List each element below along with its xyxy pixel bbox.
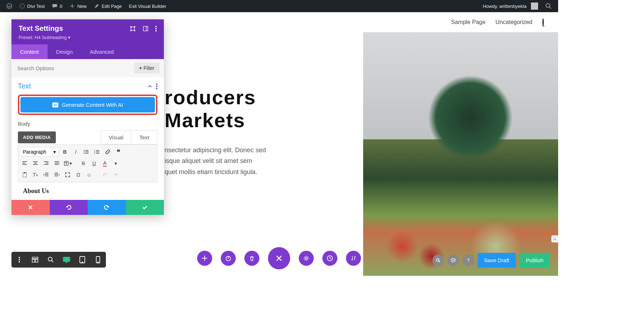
svg-rect-33 bbox=[33, 164, 38, 165]
svg-point-14 bbox=[156, 86, 157, 87]
builder-more-icon[interactable] bbox=[11, 252, 27, 268]
svg-rect-48 bbox=[55, 173, 58, 173]
new-content-link[interactable]: New bbox=[66, 0, 90, 12]
save-button[interactable] bbox=[126, 200, 164, 215]
svg-point-15 bbox=[156, 88, 157, 89]
svg-rect-28 bbox=[23, 161, 27, 162]
section-more-icon[interactable] bbox=[156, 83, 157, 89]
table-icon[interactable]: ▾ bbox=[63, 158, 73, 168]
svg-rect-43 bbox=[23, 173, 26, 177]
svg-rect-46 bbox=[45, 174, 49, 175]
cancel-button[interactable] bbox=[11, 200, 50, 215]
svg-rect-19 bbox=[86, 152, 89, 152]
svg-point-66 bbox=[436, 259, 439, 261]
more-toolbar-icon[interactable]: ▾ bbox=[111, 158, 121, 168]
svg-rect-56 bbox=[35, 259, 38, 262]
snap-icon[interactable] bbox=[142, 25, 149, 32]
svg-point-18 bbox=[84, 152, 85, 152]
svg-point-53 bbox=[19, 261, 20, 263]
svg-rect-44 bbox=[24, 172, 26, 173]
strikethrough-icon[interactable]: S bbox=[78, 158, 88, 168]
generate-ai-button[interactable]: AI Generate Content With AI bbox=[20, 97, 155, 112]
hero-heading: roducersMarkets bbox=[165, 86, 266, 132]
publish-button[interactable]: Publish bbox=[519, 253, 550, 268]
align-justify-icon[interactable] bbox=[52, 158, 62, 168]
wireframe-icon[interactable] bbox=[27, 252, 43, 268]
ol-icon[interactable]: 123 bbox=[92, 147, 102, 157]
panel-more-icon[interactable] bbox=[155, 25, 157, 32]
clear-format-icon[interactable]: T× bbox=[30, 170, 40, 180]
phone-view-icon[interactable] bbox=[90, 252, 106, 268]
filter-button[interactable]: +Filter bbox=[134, 63, 160, 73]
close-builder-button[interactable] bbox=[268, 247, 290, 269]
link-icon[interactable] bbox=[103, 147, 113, 157]
align-center-icon[interactable] bbox=[30, 158, 40, 168]
add-module-button[interactable] bbox=[197, 251, 212, 266]
collapse-icon[interactable] bbox=[147, 84, 152, 89]
indent-icon[interactable] bbox=[52, 170, 62, 180]
add-media-button[interactable]: ADD MEDIA bbox=[18, 131, 56, 143]
trash-icon[interactable] bbox=[244, 251, 259, 266]
save-draft-button[interactable]: Save Draft bbox=[478, 253, 516, 268]
bold-icon[interactable]: B bbox=[60, 147, 70, 157]
tab-content[interactable]: Content bbox=[11, 44, 48, 59]
tablet-view-icon[interactable] bbox=[74, 252, 90, 268]
expand-icon[interactable] bbox=[130, 25, 136, 32]
emoji-icon[interactable]: ☺ bbox=[84, 170, 94, 180]
power-icon[interactable] bbox=[221, 251, 236, 266]
svg-point-64 bbox=[305, 257, 307, 259]
underline-icon[interactable]: U bbox=[89, 158, 99, 168]
search-options-input[interactable] bbox=[16, 63, 131, 73]
site-name-link[interactable]: Divi Test bbox=[16, 0, 48, 12]
find-icon[interactable] bbox=[433, 255, 444, 266]
editor-tab-text[interactable]: Text bbox=[131, 130, 157, 144]
align-left-icon[interactable] bbox=[20, 158, 30, 168]
text-settings-panel: Text Settings Preset: H4 Subheading ▾ Co… bbox=[11, 19, 164, 215]
zoom-icon[interactable] bbox=[43, 252, 59, 268]
side-expand-tab[interactable]: ›‹ bbox=[551, 235, 558, 242]
sort-icon[interactable] bbox=[346, 251, 361, 266]
undo-button[interactable] bbox=[50, 200, 88, 215]
nav-search-icon[interactable] bbox=[542, 19, 544, 25]
outdent-icon[interactable] bbox=[41, 170, 51, 180]
tab-design[interactable]: Design bbox=[48, 44, 82, 59]
undo-icon[interactable]: ↶ bbox=[100, 170, 110, 180]
italic-icon[interactable]: I bbox=[70, 147, 80, 157]
special-char-icon[interactable]: Ω bbox=[73, 170, 83, 180]
help-icon[interactable]: ? bbox=[463, 255, 474, 266]
ul-icon[interactable] bbox=[81, 147, 91, 157]
svg-rect-30 bbox=[23, 164, 27, 165]
svg-point-20 bbox=[84, 153, 85, 154]
quote-icon[interactable]: ❝ bbox=[113, 147, 123, 157]
howdy-account[interactable]: Howdy, writtenbyekta bbox=[479, 0, 542, 12]
svg-point-12 bbox=[155, 30, 157, 32]
tab-advanced[interactable]: Advanced bbox=[81, 44, 122, 59]
preset-dropdown[interactable]: Preset: H4 Subheading ▾ bbox=[19, 35, 157, 40]
history-icon[interactable] bbox=[322, 251, 337, 266]
svg-point-13 bbox=[156, 83, 157, 85]
wp-logo[interactable] bbox=[3, 0, 16, 12]
comments-link[interactable]: 0 bbox=[48, 0, 66, 12]
admin-search-icon[interactable] bbox=[542, 0, 555, 12]
fullscreen-icon[interactable] bbox=[63, 170, 73, 180]
redo-icon[interactable]: ↷ bbox=[111, 170, 121, 180]
svg-rect-17 bbox=[86, 150, 89, 151]
format-select[interactable]: Paragraph▾ bbox=[20, 147, 59, 157]
nav-uncategorized[interactable]: Uncategorized bbox=[496, 19, 532, 25]
editor-body[interactable]: About Us bbox=[18, 182, 157, 200]
hero-paragraph: nsectetur adipiscing elit. Donec sedisqu… bbox=[165, 145, 266, 178]
redo-button[interactable] bbox=[88, 200, 126, 215]
nav-sample-page[interactable]: Sample Page bbox=[451, 19, 486, 25]
paste-icon[interactable] bbox=[20, 170, 30, 180]
gear-icon[interactable] bbox=[299, 251, 314, 266]
avatar bbox=[531, 3, 538, 10]
align-right-icon[interactable] bbox=[41, 158, 51, 168]
text-color-icon[interactable]: A bbox=[100, 158, 110, 168]
layers-icon[interactable] bbox=[448, 255, 459, 266]
exit-visual-builder-link[interactable]: Exit Visual Builder bbox=[126, 0, 170, 12]
edit-page-link[interactable]: Edit Page bbox=[90, 0, 125, 12]
desktop-view-icon[interactable] bbox=[59, 252, 74, 268]
builder-view-bar bbox=[11, 252, 106, 268]
svg-rect-38 bbox=[55, 163, 59, 163]
editor-tab-visual[interactable]: Visual bbox=[101, 130, 131, 144]
